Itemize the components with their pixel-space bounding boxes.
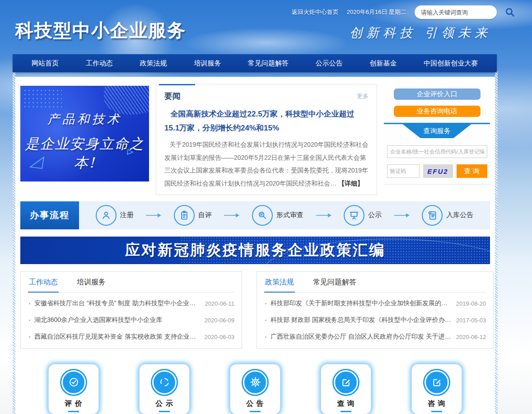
- cycle-icon: [151, 369, 178, 396]
- quick-link-label: 公 示: [155, 399, 173, 409]
- arrow-right-icon: [394, 213, 410, 218]
- news-summary: 关于2019年国民经济和社会发展计划执行情况与2020年国民经济和社会发展计划草…: [164, 138, 369, 190]
- nav-item-innovation-fund[interactable]: 创新基金: [367, 59, 399, 68]
- quick-link-label: 评 价: [65, 399, 82, 409]
- flow-step-label: 自评: [198, 211, 212, 219]
- nav-item-faq[interactable]: 常见问题解答: [245, 59, 291, 68]
- search-box: [415, 5, 497, 19]
- work-news-panel: 工作动态 培训服务 安徽省科技厅出台 “科技专员” 制度 助力科技型中小企业发展…: [20, 271, 242, 349]
- flow-step-registry-announcement: 入库公告: [422, 205, 473, 226]
- quick-link-publicity[interactable]: 公 示: [139, 364, 190, 414]
- nav-item-competition[interactable]: 中国创新创业大赛: [421, 59, 481, 68]
- main-content: 产品和技术 是企业安身立命之本! 要闻 更多 全国高新技术企业超过22.5万家，…: [15, 77, 495, 414]
- quick-link-underline: [250, 411, 261, 412]
- check-circle-icon: [60, 369, 87, 396]
- list-item[interactable]: 湖北3600余户企业入选国家科技型中小企业库 2020-06-09: [28, 312, 234, 329]
- tab-faq[interactable]: 常见问题解答: [312, 272, 357, 292]
- arrow-right-icon: [224, 213, 240, 218]
- topbar: 返回火炬中心首页 2020年6月16日 星期二: [292, 5, 497, 19]
- nav-item-work-news[interactable]: 工作动态: [83, 59, 116, 68]
- page-title: 科技型中小企业服务: [15, 18, 186, 43]
- flow-step-label: 入库公告: [446, 211, 473, 219]
- captcha-input[interactable]: [387, 164, 420, 178]
- query-button[interactable]: 查 询: [457, 164, 487, 178]
- query-service-panel: 查询服务 EFU2 查 询: [384, 123, 490, 185]
- review-icon: [252, 205, 273, 226]
- arrow-right-icon: [316, 213, 332, 218]
- flow-step-self-evaluation: 自评: [174, 205, 212, 226]
- news-tab-indicator: [159, 84, 195, 85]
- quick-link-underline: [341, 411, 351, 412]
- edit-icon: [423, 369, 450, 396]
- tab-work-news[interactable]: 工作动态: [28, 272, 59, 293]
- list-item[interactable]: 安徽省科技厅出台 “科技专员” 制度 助力科技型中小企业发展 2020-06-1…: [28, 295, 234, 312]
- list-item[interactable]: 广西壮族自治区党委办公厅 自治区人民政府办公厅印发 关于进一步… 2020-06…: [264, 329, 486, 345]
- flow-step-publicity: 公示: [344, 205, 382, 226]
- bullet-dot: [29, 336, 30, 338]
- quick-link-underline: [68, 411, 79, 412]
- news-more-link[interactable]: 更多: [357, 92, 369, 100]
- list-item-date: 2019-08-20: [456, 300, 486, 307]
- covid-policy-banner[interactable]: 应对新冠肺炎疫情服务企业政策汇编: [20, 237, 490, 264]
- bullet-dot: [265, 303, 266, 304]
- list-item-title: 广西壮族自治区党委办公厅 自治区人民政府办公厅印发 关于进一步…: [271, 333, 456, 341]
- list-item[interactable]: 科技部 财政部 国家税务总局关于印发《科技型中小企业评价办法》… 2017-05…: [264, 312, 486, 329]
- enterprise-evaluation-entry-button[interactable]: 企业评价入口: [394, 88, 481, 100]
- flow-step-label: 注册: [120, 211, 134, 219]
- captcha-image[interactable]: EFU2: [423, 164, 453, 178]
- quick-link-query[interactable]: 查 询: [321, 364, 371, 414]
- bullet-dot: [29, 320, 30, 321]
- news-detail-link[interactable]: 【详细】: [338, 180, 364, 187]
- list-item-date: 2020-06-12: [456, 334, 486, 340]
- covid-policy-banner-title: 应对新冠肺炎疫情服务企业政策汇编: [125, 240, 385, 260]
- nav-item-home[interactable]: 网站首页: [29, 59, 61, 68]
- nav-item-training[interactable]: 培训服务: [191, 59, 224, 68]
- bullet-dot: [29, 303, 30, 304]
- news-headline-link[interactable]: 全国高新技术企业超过22.5万家，科技型中小企业超过15.1万家，分别增长约24…: [164, 107, 369, 135]
- list-item[interactable]: 西藏自治区科技厅兑现奖补资金 落实税收政策 支持企业科技创新 2020-06-0…: [28, 329, 234, 345]
- quick-link-label: 公 告: [246, 399, 264, 409]
- quick-link-label: 查 询: [337, 399, 355, 409]
- policy-panel: 政策法规 常见问题解答 科技部印发《关于新时期支持科技型中小企业加快创新发展的若…: [257, 271, 494, 349]
- list-item-date: 2020-06-11: [205, 300, 234, 307]
- search-icon[interactable]: [504, 6, 516, 18]
- user-icon: [96, 205, 117, 226]
- query-service-title: 查询服务: [403, 124, 471, 138]
- news-summary-text: 关于2019年国民经济和社会发展计划执行情况与2020年国民经济和社会发展计划草…: [164, 141, 368, 187]
- list-item-title: 西藏自治区科技厅兑现奖补资金 落实税收政策 支持企业科技创新: [34, 333, 205, 341]
- business-phone-button[interactable]: 业务咨询电话: [394, 106, 481, 117]
- quick-link-consult[interactable]: 咨 询: [411, 364, 462, 414]
- torch-center-home-link[interactable]: 返回火炬中心首页: [292, 8, 339, 16]
- quick-link-announcement[interactable]: 公 告: [230, 364, 280, 414]
- tab-policy[interactable]: 政策法规: [264, 272, 295, 293]
- date-text: 2020年6月16日 星期二: [347, 8, 406, 16]
- presentation-board-icon: [344, 205, 364, 226]
- list-item-date: 2020-06-09: [205, 317, 235, 324]
- company-search-input[interactable]: [387, 145, 487, 158]
- edit-icon: [332, 369, 359, 396]
- nav-item-announcements[interactable]: 公示公告: [313, 59, 345, 68]
- bullet-dot: [265, 336, 266, 338]
- right-sidebar: 企业评价入口 业务咨询电话 查询服务 EFU2 查 询: [384, 84, 490, 195]
- news-panel-title: 要闻: [164, 91, 181, 102]
- tab-training[interactable]: 培训服务: [76, 272, 107, 292]
- nav-item-policy[interactable]: 政策法规: [137, 59, 169, 68]
- list-item-title: 科技部 财政部 国家税务总局关于印发《科技型中小企业评价办法》…: [271, 316, 456, 324]
- list-item-date: 2020-06-03: [205, 334, 235, 340]
- right-decor-border: [495, 71, 498, 414]
- quick-link-evaluation[interactable]: 评 价: [48, 364, 99, 414]
- site-header: 科技型中小企业服务 创新科技 引领未来: [15, 18, 496, 43]
- flow-step-formal-review: 形式审查: [252, 205, 303, 226]
- list-item-title: 湖北3600余户企业入选国家科技型中小企业库: [34, 316, 205, 324]
- hero-slogan: 产品和技术 是企业安身立命之本!: [20, 111, 149, 172]
- list-item-title: 安徽省科技厅出台 “科技专员” 制度 助力科技型中小企业发展: [34, 299, 205, 307]
- headline-news-panel: 要闻 更多 全国高新技术企业超过22.5万家，科技型中小企业超过15.1万家，分…: [156, 84, 377, 195]
- quick-link-label: 咨 询: [428, 399, 445, 409]
- hero-banner[interactable]: 产品和技术 是企业安身立命之本!: [20, 86, 149, 181]
- flow-step-label: 公示: [368, 211, 382, 219]
- search-input[interactable]: [415, 5, 504, 19]
- list-item[interactable]: 科技部印发《关于新时期支持科技型中小企业加快创新发展的若干政… 2019-08-…: [264, 295, 486, 312]
- flow-step-label: 形式审查: [276, 211, 303, 219]
- bullet-dot: [265, 320, 266, 321]
- quick-link-underline: [431, 411, 442, 412]
